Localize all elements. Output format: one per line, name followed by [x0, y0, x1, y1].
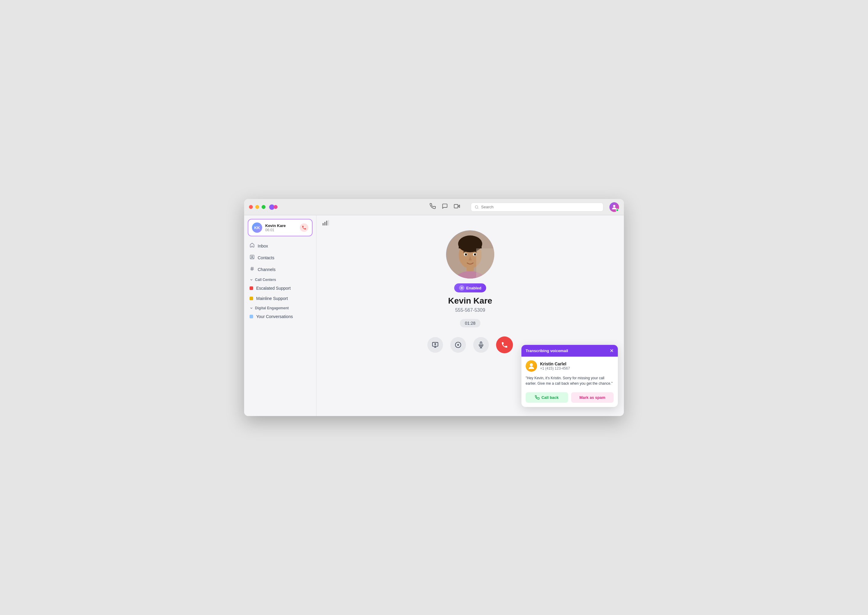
svg-rect-14: [328, 220, 329, 225]
svg-rect-21: [459, 244, 482, 248]
message-icon[interactable]: [442, 203, 448, 211]
your-conversations-dot: [249, 315, 253, 318]
voicemail-message: "Hey Kevin, it's Kristin. Sorry for miss…: [521, 374, 618, 390]
voicemail-actions: Call back Mark as spam: [521, 390, 618, 407]
keypad-button[interactable]: [450, 337, 466, 353]
maximize-button[interactable]: [262, 205, 265, 209]
svg-point-2: [475, 206, 478, 208]
search-bar[interactable]: [471, 203, 603, 212]
inbox-icon: [249, 243, 255, 249]
app-window: KK Kevin Kare 06:01: [244, 199, 624, 416]
caller-name: Kevin Kare: [448, 296, 492, 306]
video-icon[interactable]: [454, 203, 460, 211]
enabled-badge: ✦ Enabled: [454, 283, 486, 292]
mark-spam-button[interactable]: Mark as spam: [571, 392, 614, 403]
contacts-label: Contacts: [258, 255, 274, 260]
end-call-button[interactable]: [496, 336, 513, 353]
sidebar-item-mainline-support[interactable]: Mainline Support: [244, 293, 316, 304]
mainline-support-label: Mainline Support: [256, 296, 288, 301]
callback-label: Call back: [541, 395, 558, 400]
online-indicator: [616, 209, 619, 212]
voicemail-caller: Kristin Carlel +1 (415) 123-4567: [521, 357, 618, 374]
app-logo: [269, 204, 279, 210]
chevron-down-icon: [249, 278, 253, 282]
voicemail-caller-avatar: [526, 360, 537, 372]
voicemail-panel: Transcribing voicemail ✕ Kristin Carlel …: [521, 345, 618, 407]
svg-point-24: [465, 254, 467, 256]
callback-button[interactable]: Call back: [526, 392, 568, 403]
active-call-avatar: KK: [252, 223, 262, 233]
svg-line-9: [251, 267, 252, 271]
main-content: KK Kevin Kare 06:01: [244, 215, 624, 416]
escalated-support-label: Escalated Support: [256, 286, 291, 290]
caller-avatar-image: [446, 230, 494, 279]
sidebar-item-your-conversations[interactable]: Your Conversations: [244, 311, 316, 322]
svg-line-3: [477, 208, 478, 208]
end-call-icon[interactable]: [300, 223, 308, 232]
spam-label: Mark as spam: [580, 395, 606, 400]
voicemail-header: Transcribing voicemail ✕: [521, 345, 618, 357]
svg-rect-13: [326, 221, 327, 225]
phone-icon[interactable]: [430, 203, 436, 211]
svg-rect-12: [324, 222, 326, 225]
hash-icon: [249, 266, 255, 273]
svg-point-25: [474, 254, 476, 256]
search-icon: [475, 205, 478, 209]
sidebar: KK Kevin Kare 06:01: [244, 215, 316, 416]
mute-button[interactable]: [473, 337, 489, 353]
call-centers-header[interactable]: Call Centers: [244, 275, 316, 283]
svg-point-4: [613, 205, 615, 207]
user-avatar[interactable]: [609, 202, 619, 212]
svg-line-10: [252, 267, 253, 271]
sidebar-item-contacts[interactable]: Contacts: [244, 252, 316, 264]
titlebar: [244, 199, 624, 215]
digital-engagement-header[interactable]: Digital Engagement: [244, 304, 316, 311]
enabled-label: Enabled: [466, 286, 482, 290]
active-call-info: Kevin Kare 06:01: [265, 223, 297, 232]
svg-rect-26: [476, 248, 494, 279]
signal-bars: [323, 220, 329, 227]
titlebar-icons: [430, 203, 460, 211]
active-call-name: Kevin Kare: [265, 223, 297, 228]
caller-photo: [446, 230, 494, 279]
chevron-down-icon-2: [249, 306, 253, 310]
call-timer: 01:28: [460, 319, 480, 328]
caller-section: ✦ Enabled Kevin Kare 555-567-5309 01:28: [427, 230, 513, 353]
caller-number: 555-567-5309: [455, 308, 485, 313]
svg-point-32: [458, 344, 459, 345]
escalated-support-dot: [249, 286, 253, 290]
svg-point-31: [455, 342, 461, 348]
svg-marker-0: [458, 205, 460, 208]
svg-point-6: [251, 256, 252, 257]
svg-rect-1: [454, 204, 458, 208]
screen-share-button[interactable]: [427, 337, 443, 353]
contacts-icon: [249, 254, 255, 261]
channels-label: Channels: [258, 267, 276, 272]
mainline-support-dot: [249, 297, 253, 300]
call-controls: [427, 336, 513, 353]
ai-badge-icon: ✦: [459, 285, 464, 290]
minimize-button[interactable]: [255, 205, 259, 209]
sidebar-item-inbox[interactable]: Inbox: [244, 240, 316, 252]
svg-point-35: [530, 363, 533, 366]
your-conversations-label: Your Conversations: [256, 314, 293, 319]
center-area: ✦ Enabled Kevin Kare 555-567-5309 01:28: [316, 215, 624, 416]
voicemail-close-button[interactable]: ✕: [610, 348, 614, 354]
traffic-lights: [249, 205, 265, 209]
active-call-card[interactable]: KK Kevin Kare 06:01: [248, 219, 313, 236]
digital-engagement-label: Digital Engagement: [255, 306, 289, 310]
inbox-label: Inbox: [258, 244, 268, 248]
sidebar-item-escalated-support[interactable]: Escalated Support: [244, 283, 316, 293]
voicemail-caller-number: +1 (415) 123-4567: [540, 366, 570, 370]
sidebar-item-channels[interactable]: Channels: [244, 264, 316, 275]
svg-rect-11: [323, 223, 324, 225]
voicemail-caller-name: Kristin Carlel: [540, 361, 570, 366]
callback-phone-icon: [535, 395, 539, 400]
close-button[interactable]: [249, 205, 253, 209]
call-centers-label: Call Centers: [255, 278, 276, 282]
search-input[interactable]: [481, 205, 600, 209]
active-call-time: 06:01: [265, 228, 297, 232]
voicemail-header-label: Transcribing voicemail: [526, 348, 568, 353]
voicemail-caller-info: Kristin Carlel +1 (415) 123-4567: [540, 361, 570, 370]
